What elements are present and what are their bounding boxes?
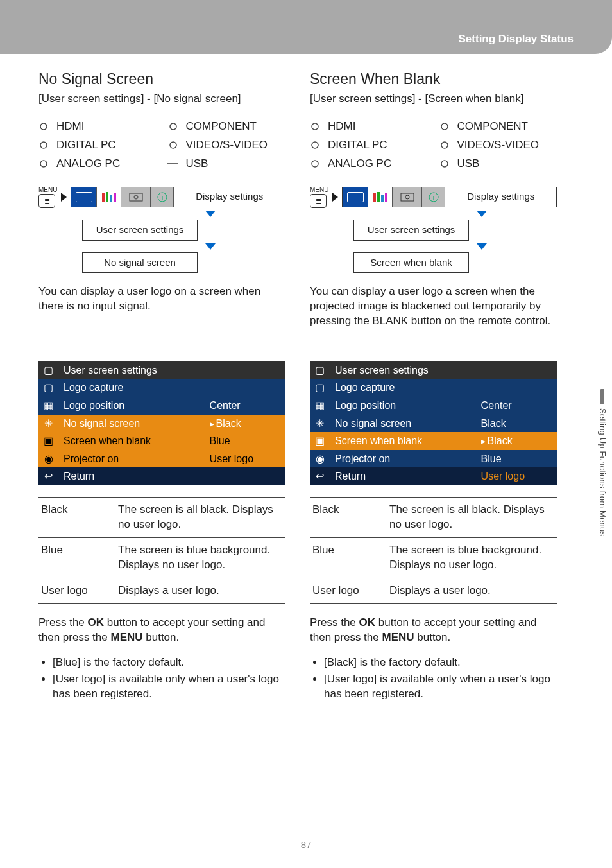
- osd-row-label: Logo capture: [330, 379, 476, 397]
- tab-image-icon: [343, 187, 368, 207]
- option-name: Blue: [38, 537, 115, 578]
- svg-rect-5: [130, 193, 142, 201]
- osd-menu-left: ▢User screen settings ▢Logo capture ▦Log…: [38, 361, 285, 485]
- tab-color-icon: [97, 187, 121, 207]
- menu-item-icon: ▣: [310, 432, 330, 450]
- main-content: No Signal Screen [User screen settings] …: [38, 63, 574, 704]
- press-instruction-left: Press the OK button to accept your setti…: [38, 616, 285, 645]
- osd-title: User screen settings: [58, 361, 285, 379]
- input-label: DIGITAL PC: [328, 138, 387, 153]
- arrow-down-icon: [477, 211, 487, 217]
- tab-label: Display settings: [445, 187, 556, 207]
- svg-point-0: [40, 123, 47, 130]
- notes-left: [Blue] is the factory default. [User log…: [42, 655, 285, 702]
- arrow-right-icon: [332, 193, 338, 202]
- option-desc: The screen is blue background. Displays …: [387, 537, 557, 578]
- menu-key-icon: ≣: [38, 194, 55, 208]
- note-item: [Black] is the factory default.: [324, 655, 557, 670]
- input-label: VIDEO/S-VIDEO: [457, 138, 540, 153]
- press-instruction-right: Press the OK button to accept your setti…: [310, 616, 557, 645]
- svg-point-2: [40, 161, 47, 167]
- svg-point-4: [170, 142, 176, 148]
- return-icon: ↩: [38, 467, 58, 485]
- arrow-down-icon: [205, 211, 216, 217]
- menu-step-1: User screen settings: [353, 220, 469, 240]
- radio-icon: [168, 121, 178, 132]
- side-tab-marker: [600, 389, 604, 404]
- menu-path-left: MENU ≣ i Display settings User screen se…: [38, 186, 285, 273]
- menu-key-label: MENU: [38, 186, 57, 195]
- return-icon: ↩: [310, 467, 330, 485]
- breadcrumb-left: [User screen settings] - [No signal scre…: [38, 92, 285, 107]
- side-tab: Setting Up Functions from Menus: [597, 389, 608, 536]
- svg-text:i: i: [433, 193, 434, 201]
- screen-icon: ▢: [38, 361, 58, 379]
- osd-row-label: Return: [330, 467, 476, 485]
- body-text-left: You can display a user logo on a screen …: [38, 284, 285, 345]
- input-sources-right: HDMI DIGITAL PC ANALOG PC COMPONENT VIDE…: [310, 116, 557, 175]
- tab-display-icon: [121, 187, 151, 207]
- note-item: [User logo] is available only when a use…: [324, 672, 557, 702]
- left-column: No Signal Screen [User screen settings] …: [38, 63, 285, 704]
- menu-tabs: i Display settings: [71, 187, 285, 207]
- option-desc: Displays a user logo.: [387, 578, 557, 603]
- svg-point-6: [134, 195, 138, 199]
- osd-row-label: Screen when blank: [58, 432, 205, 450]
- option-desc: The screen is blue background. Displays …: [115, 537, 285, 578]
- svg-point-10: [312, 142, 318, 148]
- svg-point-9: [312, 123, 318, 130]
- radio-icon: [439, 121, 450, 132]
- menu-step-2: Screen when blank: [353, 252, 469, 273]
- radio-icon: [38, 121, 49, 132]
- screen-icon: ▢: [310, 361, 330, 379]
- svg-point-16: [405, 195, 409, 199]
- radio-icon: [310, 121, 320, 132]
- arrow-down-icon: [205, 243, 216, 250]
- osd-row-label: No signal screen: [58, 415, 205, 433]
- option-desc: The screen is all black. Displays no use…: [115, 497, 285, 537]
- menu-item-icon: ▦: [38, 397, 58, 415]
- input-label: COMPONENT: [457, 119, 529, 134]
- notes-right: [Black] is the factory default. [User lo…: [314, 655, 557, 702]
- input-label: COMPONENT: [186, 119, 257, 134]
- radio-icon: [439, 159, 450, 169]
- radio-icon: [310, 140, 320, 150]
- menu-item-icon: ✳: [310, 415, 330, 433]
- input-sources-left: HDMI DIGITAL PC ANALOG PC COMPONENT VIDE…: [38, 116, 285, 175]
- section-title-right: Screen When Blank: [310, 69, 557, 89]
- menu-key-icon: ≣: [310, 194, 327, 208]
- osd-row-label: Projector on: [58, 450, 205, 468]
- svg-text:i: i: [162, 193, 163, 201]
- option-name: Black: [310, 497, 387, 537]
- osd-row-label: No signal screen: [330, 415, 476, 433]
- arrow-down-icon: [477, 243, 487, 250]
- option-name: Black: [38, 497, 115, 537]
- menu-item-icon: ▦: [310, 397, 330, 415]
- options-table-left: BlackThe screen is all black. Displays n…: [38, 497, 285, 604]
- right-column: Screen When Blank [User screen settings]…: [310, 63, 557, 704]
- tab-info-icon: i: [422, 187, 445, 207]
- menu-item-icon: ✳: [38, 415, 58, 433]
- input-label: DIGITAL PC: [56, 138, 116, 153]
- input-label: VIDEO/S-VIDEO: [186, 138, 268, 153]
- radio-icon: [168, 140, 178, 150]
- options-table-right: BlackThe screen is all black. Displays n…: [310, 497, 557, 604]
- note-item: [Blue] is the factory default.: [53, 655, 285, 670]
- radio-icon: [310, 159, 320, 169]
- osd-row-label: Logo position: [58, 397, 205, 415]
- svg-point-13: [441, 142, 448, 148]
- input-label: USB: [457, 157, 480, 171]
- input-label: ANALOG PC: [56, 157, 120, 171]
- input-label: HDMI: [56, 119, 84, 134]
- svg-point-14: [441, 161, 448, 167]
- option-desc: The screen is all black. Displays no use…: [387, 497, 557, 537]
- input-label: USB: [186, 157, 208, 171]
- tab-info-icon: i: [151, 187, 174, 207]
- dash-icon: —: [168, 159, 178, 169]
- option-name: User logo: [310, 578, 387, 603]
- menu-step-1: User screen settings: [82, 220, 198, 240]
- svg-rect-15: [401, 193, 414, 201]
- section-title-left: No Signal Screen: [38, 69, 285, 89]
- osd-menu-right: ▢User screen settings ▢Logo capture ▦Log…: [310, 361, 557, 485]
- menu-item-icon: ▢: [38, 379, 58, 397]
